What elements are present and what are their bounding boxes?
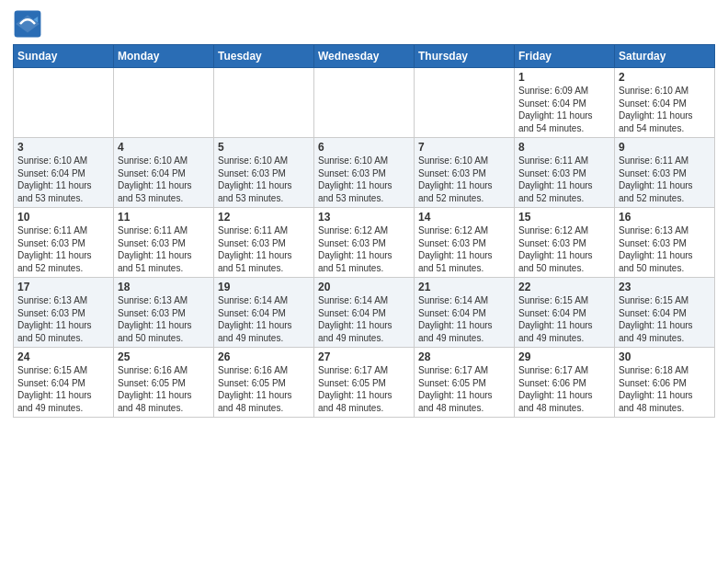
day-cell-11: 11Sunrise: 6:11 AM Sunset: 6:03 PM Dayli… [114,208,214,278]
day-info: Sunrise: 6:14 AM Sunset: 6:04 PM Dayligh… [418,294,510,344]
day-cell-28: 28Sunrise: 6:17 AM Sunset: 6:05 PM Dayli… [415,348,515,418]
day-cell-30: 30Sunrise: 6:18 AM Sunset: 6:06 PM Dayli… [615,348,715,418]
day-cell-6: 6Sunrise: 6:10 AM Sunset: 6:03 PM Daylig… [314,138,415,208]
day-cell-29: 29Sunrise: 6:17 AM Sunset: 6:06 PM Dayli… [515,348,615,418]
day-info: Sunrise: 6:11 AM Sunset: 6:03 PM Dayligh… [17,224,109,274]
day-info: Sunrise: 6:10 AM Sunset: 6:04 PM Dayligh… [118,155,210,204]
day-number: 19 [218,281,310,293]
day-cell-26: 26Sunrise: 6:16 AM Sunset: 6:05 PM Dayli… [214,348,314,418]
day-number: 7 [418,141,510,154]
day-info: Sunrise: 6:13 AM Sunset: 6:03 PM Dayligh… [619,224,711,274]
day-cell-15: 15Sunrise: 6:12 AM Sunset: 6:03 PM Dayli… [515,208,615,278]
day-info: Sunrise: 6:09 AM Sunset: 6:04 PM Dayligh… [518,85,610,134]
day-number: 18 [118,281,210,293]
day-info: Sunrise: 6:15 AM Sunset: 6:04 PM Dayligh… [518,294,610,344]
empty-cell [114,68,214,138]
day-info: Sunrise: 6:17 AM Sunset: 6:05 PM Dayligh… [318,364,410,414]
day-info: Sunrise: 6:13 AM Sunset: 6:03 PM Dayligh… [118,294,210,344]
day-info: Sunrise: 6:17 AM Sunset: 6:05 PM Dayligh… [418,364,510,414]
day-number: 23 [619,281,711,293]
empty-cell [214,68,314,138]
weekday-header-tuesday: Tuesday [214,45,314,68]
day-number: 9 [619,141,711,154]
day-cell-4: 4Sunrise: 6:10 AM Sunset: 6:04 PM Daylig… [114,138,214,208]
day-cell-27: 27Sunrise: 6:17 AM Sunset: 6:05 PM Dayli… [314,348,415,418]
day-number: 17 [17,281,109,293]
day-number: 28 [418,350,510,363]
calendar: SundayMondayTuesdayWednesdayThursdayFrid… [13,44,715,418]
day-number: 27 [318,350,410,363]
day-cell-2: 2Sunrise: 6:10 AM Sunset: 6:04 PM Daylig… [615,68,715,138]
day-number: 25 [118,350,210,363]
day-cell-13: 13Sunrise: 6:12 AM Sunset: 6:03 PM Dayli… [314,208,415,278]
day-info: Sunrise: 6:18 AM Sunset: 6:06 PM Dayligh… [619,364,711,414]
day-number: 6 [318,141,410,154]
empty-cell [415,68,515,138]
day-cell-20: 20Sunrise: 6:14 AM Sunset: 6:04 PM Dayli… [314,278,415,348]
day-info: Sunrise: 6:11 AM Sunset: 6:03 PM Dayligh… [518,155,610,204]
day-cell-25: 25Sunrise: 6:16 AM Sunset: 6:05 PM Dayli… [114,348,214,418]
weekday-header-monday: Monday [114,45,214,68]
day-info: Sunrise: 6:16 AM Sunset: 6:05 PM Dayligh… [118,364,210,414]
day-cell-8: 8Sunrise: 6:11 AM Sunset: 6:03 PM Daylig… [515,138,615,208]
week-row-2: 3Sunrise: 6:10 AM Sunset: 6:04 PM Daylig… [14,138,715,208]
day-cell-1: 1Sunrise: 6:09 AM Sunset: 6:04 PM Daylig… [515,68,615,138]
day-cell-3: 3Sunrise: 6:10 AM Sunset: 6:04 PM Daylig… [14,138,114,208]
day-number: 1 [518,71,610,84]
day-info: Sunrise: 6:17 AM Sunset: 6:06 PM Dayligh… [518,364,610,414]
day-cell-16: 16Sunrise: 6:13 AM Sunset: 6:03 PM Dayli… [615,208,715,278]
day-cell-12: 12Sunrise: 6:11 AM Sunset: 6:03 PM Dayli… [214,208,314,278]
day-number: 16 [619,211,711,224]
weekday-header-saturday: Saturday [615,45,715,68]
week-row-1: 1Sunrise: 6:09 AM Sunset: 6:04 PM Daylig… [14,68,715,138]
weekday-header-friday: Friday [515,45,615,68]
day-info: Sunrise: 6:12 AM Sunset: 6:03 PM Dayligh… [518,224,610,274]
day-cell-14: 14Sunrise: 6:12 AM Sunset: 6:03 PM Dayli… [415,208,515,278]
day-info: Sunrise: 6:11 AM Sunset: 6:03 PM Dayligh… [619,155,711,204]
header [13,9,715,39]
logo-icon [13,9,42,39]
day-info: Sunrise: 6:10 AM Sunset: 6:03 PM Dayligh… [218,155,310,204]
day-number: 5 [218,141,310,154]
day-cell-19: 19Sunrise: 6:14 AM Sunset: 6:04 PM Dayli… [214,278,314,348]
day-number: 26 [218,350,310,363]
weekday-header-row: SundayMondayTuesdayWednesdayThursdayFrid… [14,45,715,68]
day-info: Sunrise: 6:10 AM Sunset: 6:04 PM Dayligh… [17,155,109,204]
day-info: Sunrise: 6:10 AM Sunset: 6:03 PM Dayligh… [318,155,410,204]
weekday-header-sunday: Sunday [14,45,114,68]
day-info: Sunrise: 6:14 AM Sunset: 6:04 PM Dayligh… [218,294,310,344]
day-cell-7: 7Sunrise: 6:10 AM Sunset: 6:03 PM Daylig… [415,138,515,208]
day-info: Sunrise: 6:10 AM Sunset: 6:04 PM Dayligh… [619,85,711,134]
day-cell-9: 9Sunrise: 6:11 AM Sunset: 6:03 PM Daylig… [615,138,715,208]
day-cell-5: 5Sunrise: 6:10 AM Sunset: 6:03 PM Daylig… [214,138,314,208]
empty-cell [314,68,415,138]
day-number: 11 [118,211,210,224]
day-cell-24: 24Sunrise: 6:15 AM Sunset: 6:04 PM Dayli… [14,348,114,418]
day-number: 15 [518,211,610,224]
day-info: Sunrise: 6:15 AM Sunset: 6:04 PM Dayligh… [619,294,711,344]
day-number: 2 [619,71,711,84]
day-cell-21: 21Sunrise: 6:14 AM Sunset: 6:04 PM Dayli… [415,278,515,348]
day-number: 21 [418,281,510,293]
week-row-3: 10Sunrise: 6:11 AM Sunset: 6:03 PM Dayli… [14,208,715,278]
day-info: Sunrise: 6:12 AM Sunset: 6:03 PM Dayligh… [318,224,410,274]
day-number: 8 [518,141,610,154]
day-number: 10 [17,211,109,224]
weekday-header-thursday: Thursday [415,45,515,68]
day-number: 4 [118,141,210,154]
day-info: Sunrise: 6:11 AM Sunset: 6:03 PM Dayligh… [218,224,310,274]
day-number: 30 [619,350,711,363]
day-number: 12 [218,211,310,224]
page: SundayMondayTuesdayWednesdayThursdayFrid… [0,0,728,427]
day-number: 29 [518,350,610,363]
day-number: 3 [17,141,109,154]
week-row-5: 24Sunrise: 6:15 AM Sunset: 6:04 PM Dayli… [14,348,715,418]
day-cell-23: 23Sunrise: 6:15 AM Sunset: 6:04 PM Dayli… [615,278,715,348]
day-number: 20 [318,281,410,293]
day-number: 14 [418,211,510,224]
weekday-header-wednesday: Wednesday [314,45,415,68]
day-info: Sunrise: 6:11 AM Sunset: 6:03 PM Dayligh… [118,224,210,274]
day-info: Sunrise: 6:16 AM Sunset: 6:05 PM Dayligh… [218,364,310,414]
day-number: 24 [17,350,109,363]
day-info: Sunrise: 6:13 AM Sunset: 6:03 PM Dayligh… [17,294,109,344]
